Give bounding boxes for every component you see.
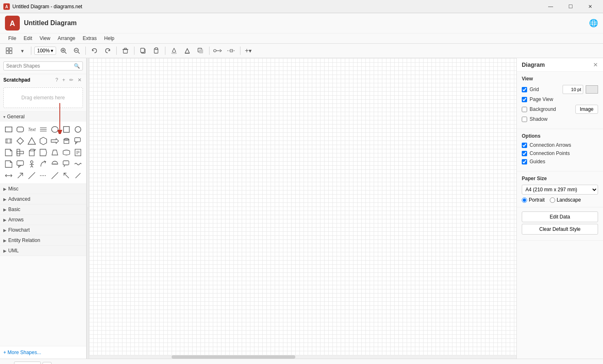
shape-rounded-rect[interactable] (15, 124, 26, 135)
insert-button[interactable]: +▾ (243, 45, 253, 56)
shape-hexagon[interactable] (38, 136, 49, 146)
landscape-radio[interactable] (550, 197, 555, 203)
add-page-button[interactable]: + (42, 362, 52, 364)
maximize-button[interactable]: ☐ (561, 0, 580, 13)
paste-button[interactable] (151, 45, 162, 56)
paper-size-select[interactable]: A4 (210 mm x 297 mm) A3 Letter Legal (522, 185, 598, 195)
scratchpad-close-icon[interactable]: ✕ (76, 77, 83, 83)
shape-arrow-up-right[interactable] (15, 170, 26, 181)
scratchpad-edit-icon[interactable]: ✏ (68, 77, 75, 83)
shape-arrow-sw[interactable] (61, 170, 72, 181)
scratchpad-help-icon[interactable]: ? (54, 77, 59, 83)
portrait-radio[interactable] (522, 197, 527, 203)
horizontal-scrollbar[interactable] (89, 355, 516, 359)
misc-section-header[interactable]: ▶ Misc (0, 184, 86, 194)
scratchpad-add-icon[interactable]: + (61, 77, 66, 83)
shape-text[interactable]: Text (26, 124, 37, 135)
shape-ellipse[interactable] (49, 124, 60, 135)
shape-rectangle[interactable] (3, 124, 14, 135)
shape-dotted-line[interactable] (38, 170, 49, 181)
grid-color-box[interactable] (586, 85, 598, 94)
shape-person[interactable] (26, 159, 37, 169)
entity-relation-section-header[interactable]: ▶ Entity Relation (0, 235, 86, 245)
connection-points-checkbox[interactable] (522, 151, 527, 156)
shape-half-circle[interactable] (49, 159, 60, 169)
shape-line-diag[interactable] (73, 170, 83, 181)
menu-edit[interactable]: Edit (20, 34, 35, 42)
shape-callout2[interactable] (15, 159, 26, 169)
line-color-button[interactable] (181, 45, 193, 56)
shape-bidirectional[interactable] (3, 170, 14, 181)
connection-style-button[interactable] (212, 45, 224, 56)
shape-trapezoid[interactable] (49, 147, 60, 158)
shape-note[interactable] (3, 159, 14, 169)
portrait-radio-label[interactable]: Portrait (522, 197, 545, 203)
delete-button[interactable] (120, 45, 131, 56)
shape-ribbon[interactable] (61, 147, 72, 158)
zoom-out-button[interactable] (71, 45, 82, 56)
menu-arrange[interactable]: Arrange (54, 34, 79, 42)
waypoint-button[interactable] (226, 45, 237, 56)
shape-cylinder[interactable] (61, 136, 72, 146)
menu-extras[interactable]: Extras (80, 34, 100, 42)
shape-line-v[interactable] (49, 170, 60, 181)
shape-diamond[interactable] (15, 136, 26, 146)
diagram-title[interactable]: Untitled Diagram (24, 19, 585, 27)
shadow-checkbox[interactable] (522, 117, 527, 122)
menu-help[interactable]: Help (101, 34, 118, 42)
page-view-checkbox[interactable] (522, 97, 527, 102)
redo-button[interactable] (102, 45, 113, 56)
shape-page[interactable] (3, 147, 14, 158)
view-toggle-button[interactable] (3, 45, 15, 56)
advanced-section-header[interactable]: ▶ Advanced (0, 194, 86, 204)
shape-square[interactable] (61, 124, 72, 135)
shape-arc[interactable] (38, 159, 49, 169)
menu-file[interactable]: File (5, 34, 19, 42)
minimize-button[interactable]: — (541, 0, 560, 13)
zoom-in-button[interactable] (58, 45, 69, 56)
clear-style-button[interactable]: Clear Default Style (522, 224, 598, 235)
shape-line-45[interactable] (26, 170, 37, 181)
copy-button[interactable] (137, 45, 149, 56)
shape-lines[interactable] (38, 124, 49, 135)
grid-checkbox[interactable] (522, 87, 527, 92)
shape-doc[interactable] (73, 147, 83, 158)
shape-process[interactable] (3, 136, 14, 146)
zoom-control[interactable]: 100% ▾ (34, 47, 56, 55)
page-menu-button[interactable]: ⋮ (3, 362, 12, 364)
arrows-section-header[interactable]: ▶ Arrows (0, 215, 86, 225)
shape-triangle[interactable] (26, 136, 37, 146)
edit-data-button[interactable]: Edit Data (522, 211, 598, 222)
menu-view[interactable]: View (36, 34, 54, 42)
panel-close-button[interactable]: ✕ (593, 61, 598, 68)
grid-value-input[interactable] (563, 85, 583, 94)
shape-cube[interactable] (26, 147, 37, 158)
image-button[interactable]: Image (575, 105, 598, 114)
search-input[interactable] (6, 63, 72, 69)
dropdown-arrow[interactable]: ▾ (16, 45, 28, 56)
shape-tag[interactable] (38, 147, 49, 158)
general-section-header[interactable]: ▾ General (0, 112, 86, 122)
shape-arrow-right[interactable] (49, 136, 60, 146)
shadow-button[interactable] (195, 45, 206, 56)
more-shapes-button[interactable]: + More Shapes... (3, 350, 41, 355)
landscape-radio-label[interactable]: Landscape (550, 197, 581, 203)
guides-checkbox[interactable] (522, 159, 527, 164)
page-tab[interactable]: Page-1 (14, 362, 41, 364)
shape-circle[interactable] (73, 124, 83, 135)
shape-callout[interactable] (73, 136, 83, 146)
shape-wave[interactable] (73, 159, 83, 169)
background-checkbox[interactable] (522, 107, 527, 112)
global-icon[interactable]: 🌐 (589, 19, 598, 28)
scrollbar-thumb[interactable] (172, 355, 295, 359)
fill-color-button[interactable] (168, 45, 180, 56)
basic-section-header[interactable]: ▶ Basic (0, 204, 86, 214)
undo-button[interactable] (89, 45, 100, 56)
shape-speech[interactable] (61, 159, 72, 169)
connection-arrows-checkbox[interactable] (522, 143, 527, 148)
close-button[interactable]: ✕ (581, 0, 600, 13)
canvas-area[interactable] (89, 58, 516, 359)
shape-cross[interactable] (15, 147, 26, 158)
flowchart-section-header[interactable]: ▶ Flowchart (0, 225, 86, 235)
uml-section-header[interactable]: ▶ UML (0, 246, 86, 256)
